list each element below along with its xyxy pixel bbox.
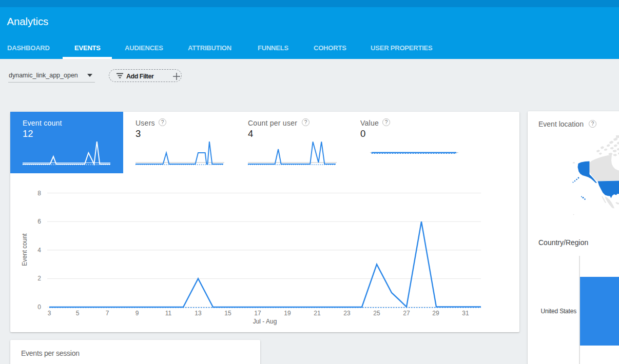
- svg-text:31: 31: [462, 310, 469, 317]
- svg-text:23: 23: [343, 310, 351, 317]
- svg-text:Event count: Event count: [21, 233, 28, 266]
- svg-text:Jul - Aug: Jul - Aug: [253, 318, 277, 325]
- svg-text:27: 27: [403, 310, 410, 317]
- svg-text:25: 25: [373, 310, 380, 317]
- svg-text:0: 0: [37, 304, 41, 311]
- svg-text:19: 19: [284, 310, 291, 317]
- svg-text:9: 9: [136, 310, 139, 317]
- svg-text:17: 17: [254, 310, 261, 317]
- svg-text:2: 2: [37, 275, 41, 282]
- svg-text:3: 3: [48, 310, 51, 317]
- svg-text:6: 6: [37, 218, 41, 225]
- svg-text:7: 7: [106, 310, 109, 317]
- svg-text:13: 13: [195, 310, 202, 317]
- svg-text:4: 4: [37, 247, 41, 254]
- svg-text:29: 29: [432, 310, 439, 317]
- svg-text:5: 5: [76, 310, 80, 317]
- svg-text:8: 8: [37, 190, 41, 197]
- svg-text:21: 21: [314, 310, 321, 317]
- svg-text:11: 11: [165, 310, 172, 317]
- svg-text:15: 15: [224, 310, 231, 317]
